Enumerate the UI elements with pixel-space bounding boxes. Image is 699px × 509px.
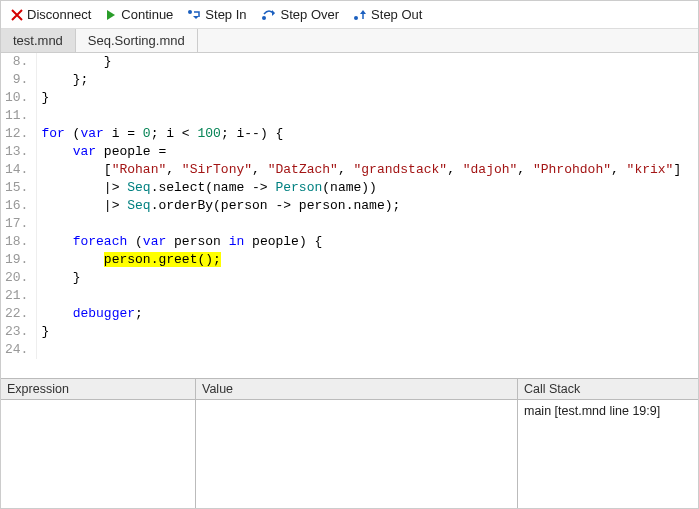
code-line[interactable] — [41, 341, 681, 359]
line-number: 8. — [5, 53, 28, 71]
disconnect-button[interactable]: Disconnect — [11, 7, 91, 22]
tab-test-mnd[interactable]: test.mnd — [1, 29, 76, 52]
callstack-body[interactable]: main [test.mnd line 19:9] — [518, 400, 698, 508]
code-line[interactable]: }; — [41, 71, 681, 89]
play-icon — [105, 9, 117, 21]
code-line[interactable]: } — [41, 53, 681, 71]
callstack-entry[interactable]: main [test.mnd line 19:9] — [524, 404, 692, 418]
value-panel: Value — [196, 379, 518, 508]
code-line[interactable]: } — [41, 323, 681, 341]
svg-point-2 — [354, 16, 358, 20]
x-icon — [11, 9, 23, 21]
code-line[interactable]: person.greet(); — [41, 251, 681, 269]
value-body[interactable] — [196, 400, 517, 508]
line-number: 11. — [5, 107, 28, 125]
callstack-panel: Call Stack main [test.mnd line 19:9] — [518, 379, 698, 508]
step-out-label: Step Out — [371, 7, 422, 22]
code-line[interactable] — [41, 215, 681, 233]
line-number: 15. — [5, 179, 28, 197]
expression-header: Expression — [1, 379, 195, 400]
step-over-label: Step Over — [281, 7, 340, 22]
svg-point-1 — [262, 16, 266, 20]
continue-button[interactable]: Continue — [105, 7, 173, 22]
editor-scroll[interactable]: 8.9.10.11.12.13.14.15.16.17.18.19.20.21.… — [1, 53, 698, 378]
code-line[interactable]: } — [41, 269, 681, 287]
code-editor: 8.9.10.11.12.13.14.15.16.17.18.19.20.21.… — [1, 53, 698, 378]
line-number: 13. — [5, 143, 28, 161]
debug-panels: Expression Value Call Stack main [test.m… — [1, 378, 698, 508]
line-number: 10. — [5, 89, 28, 107]
expression-panel: Expression — [1, 379, 196, 508]
line-number: 9. — [5, 71, 28, 89]
step-in-label: Step In — [205, 7, 246, 22]
line-number: 20. — [5, 269, 28, 287]
step-out-button[interactable]: Step Out — [353, 7, 422, 22]
line-number: 19. — [5, 251, 28, 269]
code-line[interactable]: |> Seq.orderBy(person -> person.name); — [41, 197, 681, 215]
file-tabs: test.mndSeq.Sorting.mnd — [1, 29, 698, 53]
code-line[interactable]: var people = — [41, 143, 681, 161]
step-over-button[interactable]: Step Over — [261, 7, 340, 22]
code-line[interactable]: } — [41, 89, 681, 107]
step-in-icon — [187, 9, 201, 21]
line-number: 21. — [5, 287, 28, 305]
svg-point-0 — [188, 10, 192, 14]
step-out-icon — [353, 9, 367, 21]
line-number: 17. — [5, 215, 28, 233]
expression-body[interactable] — [1, 400, 195, 508]
line-number: 23. — [5, 323, 28, 341]
code-line[interactable]: ["Rohan", "SirTony", "DatZach", "grandst… — [41, 161, 681, 179]
code-lines[interactable]: } };}for (var i = 0; i < 100; i--) { var… — [37, 53, 681, 359]
line-gutter: 8.9.10.11.12.13.14.15.16.17.18.19.20.21.… — [1, 53, 37, 359]
step-over-icon — [261, 9, 277, 21]
callstack-header: Call Stack — [518, 379, 698, 400]
line-number: 22. — [5, 305, 28, 323]
code-line[interactable] — [41, 107, 681, 125]
continue-label: Continue — [121, 7, 173, 22]
step-in-button[interactable]: Step In — [187, 7, 246, 22]
line-number: 18. — [5, 233, 28, 251]
disconnect-label: Disconnect — [27, 7, 91, 22]
tab-Seq-Sorting-mnd[interactable]: Seq.Sorting.mnd — [76, 29, 198, 52]
code-line[interactable]: for (var i = 0; i < 100; i--) { — [41, 125, 681, 143]
code-line[interactable]: foreach (var person in people) { — [41, 233, 681, 251]
code-line[interactable] — [41, 287, 681, 305]
code-line[interactable]: |> Seq.select(name -> Person(name)) — [41, 179, 681, 197]
line-number: 14. — [5, 161, 28, 179]
value-header: Value — [196, 379, 517, 400]
line-number: 12. — [5, 125, 28, 143]
line-number: 16. — [5, 197, 28, 215]
code-line[interactable]: debugger; — [41, 305, 681, 323]
debugger-toolbar: Disconnect Continue Step In Step Over St… — [1, 1, 698, 29]
line-number: 24. — [5, 341, 28, 359]
